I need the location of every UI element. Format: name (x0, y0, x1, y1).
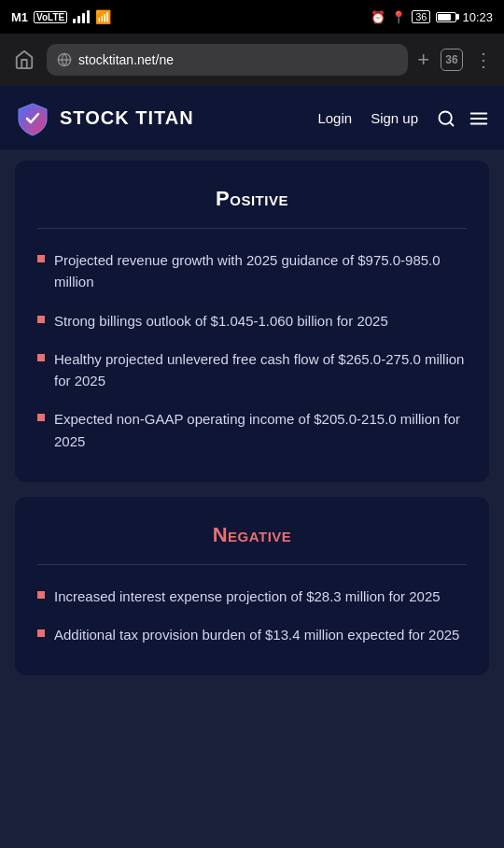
negative-section-card: Negative Increased interest expense proj… (15, 497, 489, 676)
volte-badge: VoLTE (34, 11, 67, 23)
calendar-icon: 36 (412, 10, 430, 23)
status-right: ⏰ 📍 36 10:23 (371, 10, 493, 24)
login-link[interactable]: Login (317, 110, 352, 126)
status-bar: M1 VoLTE 📶 ⏰ 📍 36 10:23 (0, 0, 504, 34)
negative-section-title: Negative (37, 523, 467, 547)
battery-icon (436, 12, 456, 22)
main-content: Positive Projected revenue growth with 2… (0, 151, 504, 709)
time-display: 10:23 (462, 10, 493, 24)
bullet-text: Strong billings outlook of $1.045-1.060 … (54, 310, 388, 332)
browser-home-button[interactable] (11, 47, 37, 73)
positive-bullet-list: Projected revenue growth with 2025 guida… (37, 249, 467, 452)
list-item: Increased interest expense projection of… (37, 586, 467, 607)
list-item: Additional tax provision burden of $13.4… (37, 624, 467, 645)
logo-icon (15, 101, 50, 136)
list-item: Projected revenue growth with 2025 guida… (37, 249, 467, 293)
signup-link[interactable]: Sign up (371, 110, 418, 126)
positive-section-card: Positive Projected revenue growth with 2… (15, 161, 489, 482)
bullet-text: Healthy projected unlevered free cash fl… (54, 348, 467, 392)
url-bar[interactable]: stocktitan.net/ne (47, 44, 408, 76)
bullet-marker (37, 316, 45, 323)
positive-section-title: Positive (37, 187, 467, 211)
list-item: Expected non-GAAP operating income of $2… (37, 408, 467, 452)
positive-divider (37, 228, 467, 229)
alarm-icon: ⏰ (371, 10, 385, 24)
negative-divider (37, 564, 467, 565)
nav-icons (437, 108, 489, 129)
bullet-text: Expected non-GAAP operating income of $2… (54, 408, 467, 452)
new-tab-button[interactable]: + (417, 48, 429, 72)
url-text: stocktitan.net/ne (78, 52, 399, 67)
bullet-marker (37, 591, 45, 599)
browser-chrome: stocktitan.net/ne + 36 ⋮ (0, 34, 504, 86)
list-item: Healthy projected unlevered free cash fl… (37, 348, 467, 392)
wifi-icon: 📶 (95, 9, 111, 24)
bullet-text: Increased interest expense projection of… (54, 586, 441, 607)
browser-actions: + 36 ⋮ (417, 48, 493, 72)
site-header: STOCK TITAN Login Sign up (0, 86, 504, 151)
svg-line-3 (450, 121, 454, 125)
site-security-icon (56, 51, 73, 68)
bullet-marker (37, 629, 45, 637)
list-item: Strong billings outlook of $1.045-1.060 … (37, 310, 467, 332)
search-icon[interactable] (437, 109, 455, 128)
bullet-marker (37, 354, 45, 361)
negative-bullet-list: Increased interest expense projection of… (37, 586, 467, 646)
site-nav: Login Sign up (317, 108, 489, 129)
browser-menu-button[interactable]: ⋮ (474, 49, 493, 71)
bullet-text: Additional tax provision burden of $13.4… (54, 624, 459, 645)
menu-icon[interactable] (469, 108, 489, 129)
status-left: M1 VoLTE 📶 (11, 9, 111, 24)
site-title: STOCK TITAN (60, 107, 194, 129)
site-logo[interactable]: STOCK TITAN (15, 101, 317, 136)
bullet-text: Projected revenue growth with 2025 guida… (54, 249, 467, 293)
bullet-marker (37, 255, 45, 262)
carrier-label: M1 (11, 10, 28, 24)
bullet-marker (37, 414, 45, 421)
location-icon: 📍 (391, 10, 406, 24)
signal-icon (73, 10, 90, 23)
tabs-count-badge[interactable]: 36 (441, 49, 463, 71)
